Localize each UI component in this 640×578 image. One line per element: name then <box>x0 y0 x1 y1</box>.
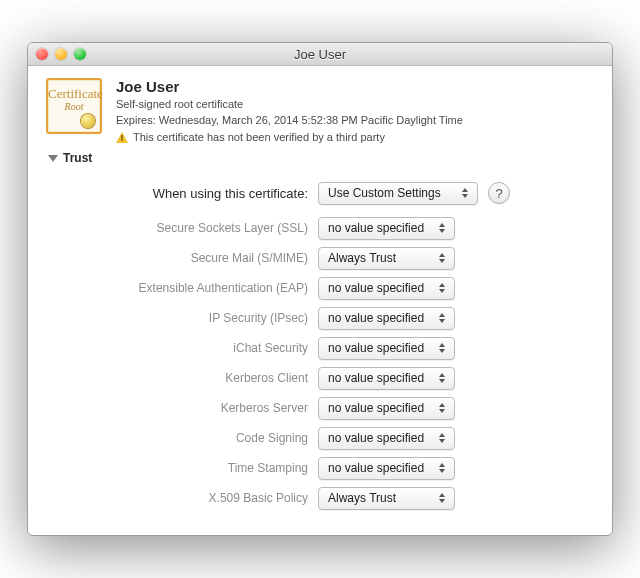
popup-arrows-icon <box>434 370 450 387</box>
popup-arrows-icon <box>434 490 450 507</box>
x509-value: Always Trust <box>328 491 396 505</box>
certificate-header: Certificate Root Joe User Self-signed ro… <box>46 78 594 145</box>
seal-icon <box>81 114 95 128</box>
eap-popup[interactable]: no value specified <box>318 277 455 300</box>
ichat-popup[interactable]: no value specified <box>318 337 455 360</box>
certificate-summary: Joe User Self-signed root certificate Ex… <box>116 78 463 145</box>
help-icon: ? <box>495 186 502 201</box>
smime-popup[interactable]: Always Trust <box>318 247 455 270</box>
row-code-signing: Code Signing no value specified <box>46 423 594 453</box>
certificate-expires: Expires: Wednesday, March 26, 2014 5:52:… <box>116 112 463 128</box>
warning-icon <box>116 132 128 143</box>
row-when-using: When using this certificate: Use Custom … <box>46 175 594 211</box>
ssl-popup[interactable]: no value specified <box>318 217 455 240</box>
certificate-kind: Self-signed root certificate <box>116 96 463 112</box>
popup-arrows-icon <box>434 220 450 237</box>
close-icon[interactable] <box>36 48 48 60</box>
when-using-popup[interactable]: Use Custom Settings <box>318 182 478 205</box>
time-stamping-label: Time Stamping <box>46 461 318 475</box>
ssl-value: no value specified <box>328 221 424 235</box>
help-button[interactable]: ? <box>488 182 510 204</box>
minimize-icon[interactable] <box>55 48 67 60</box>
ssl-label: Secure Sockets Layer (SSL) <box>46 221 318 235</box>
eap-value: no value specified <box>328 281 424 295</box>
kerberos-client-value: no value specified <box>328 371 424 385</box>
smime-value: Always Trust <box>328 251 396 265</box>
x509-label: X.509 Basic Policy <box>46 491 318 505</box>
certificate-trust-window: Joe User Certificate Root Joe User Self-… <box>27 42 613 536</box>
popup-arrows-icon <box>434 400 450 417</box>
certificate-name: Joe User <box>116 78 463 95</box>
popup-arrows-icon <box>434 460 450 477</box>
code-signing-label: Code Signing <box>46 431 318 445</box>
certificate-icon: Certificate Root <box>46 78 102 134</box>
row-eap: Extensible Authentication (EAP) no value… <box>46 273 594 303</box>
ipsec-value: no value specified <box>328 311 424 325</box>
popup-arrows-icon <box>434 310 450 327</box>
smime-label: Secure Mail (S/MIME) <box>46 251 318 265</box>
row-x509: X.509 Basic Policy Always Trust <box>46 483 594 513</box>
time-stamping-popup[interactable]: no value specified <box>318 457 455 480</box>
certificate-icon-sublabel: Root <box>48 101 100 112</box>
ichat-value: no value specified <box>328 341 424 355</box>
row-ichat: iChat Security no value specified <box>46 333 594 363</box>
kerberos-server-value: no value specified <box>328 401 424 415</box>
when-using-label: When using this certificate: <box>46 186 318 201</box>
ipsec-label: IP Security (IPsec) <box>46 311 318 325</box>
zoom-icon[interactable] <box>74 48 86 60</box>
kerberos-client-label: Kerberos Client <box>46 371 318 385</box>
eap-label: Extensible Authentication (EAP) <box>46 281 318 295</box>
trust-form: When using this certificate: Use Custom … <box>46 175 594 513</box>
row-smime: Secure Mail (S/MIME) Always Trust <box>46 243 594 273</box>
certificate-icon-label: Certificate <box>48 86 100 102</box>
row-time-stamping: Time Stamping no value specified <box>46 453 594 483</box>
x509-popup[interactable]: Always Trust <box>318 487 455 510</box>
ichat-label: iChat Security <box>46 341 318 355</box>
kerberos-server-popup[interactable]: no value specified <box>318 397 455 420</box>
row-kerberos-server: Kerberos Server no value specified <box>46 393 594 423</box>
row-ipsec: IP Security (IPsec) no value specified <box>46 303 594 333</box>
kerberos-client-popup[interactable]: no value specified <box>318 367 455 390</box>
when-using-value: Use Custom Settings <box>328 186 441 200</box>
popup-arrows-icon <box>434 280 450 297</box>
popup-arrows-icon <box>457 185 473 202</box>
popup-arrows-icon <box>434 340 450 357</box>
popup-arrows-icon <box>434 250 450 267</box>
code-signing-popup[interactable]: no value specified <box>318 427 455 450</box>
row-kerberos-client: Kerberos Client no value specified <box>46 363 594 393</box>
certificate-warning-text: This certificate has not been verified b… <box>133 129 385 145</box>
trust-section-title: Trust <box>63 151 92 165</box>
kerberos-server-label: Kerberos Server <box>46 401 318 415</box>
row-ssl: Secure Sockets Layer (SSL) no value spec… <box>46 213 594 243</box>
popup-arrows-icon <box>434 430 450 447</box>
code-signing-value: no value specified <box>328 431 424 445</box>
window-title: Joe User <box>28 47 612 62</box>
certificate-warning: This certificate has not been verified b… <box>116 129 463 145</box>
content-area: Certificate Root Joe User Self-signed ro… <box>28 66 612 535</box>
disclosure-triangle-icon[interactable] <box>48 155 58 162</box>
titlebar[interactable]: Joe User <box>28 43 612 66</box>
ipsec-popup[interactable]: no value specified <box>318 307 455 330</box>
time-stamping-value: no value specified <box>328 461 424 475</box>
traffic-lights <box>36 48 86 60</box>
trust-section-header[interactable]: Trust <box>46 151 594 165</box>
